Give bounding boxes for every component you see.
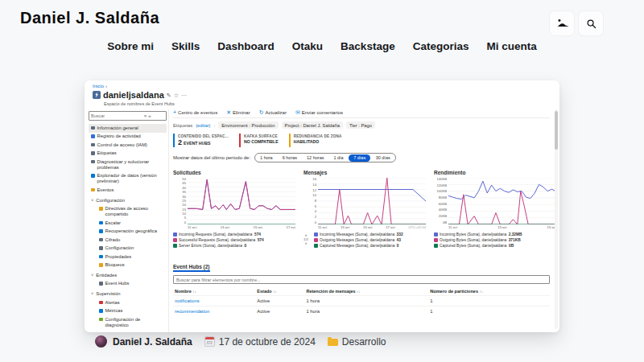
event-hub-link[interactable]: notifications xyxy=(173,296,255,306)
star-icon[interactable]: ☆ xyxy=(174,93,179,98)
table-column-header[interactable]: Estado ↑↓ xyxy=(255,286,304,296)
sidebar-item[interactable]: Configuración de diagnóstico xyxy=(89,315,167,330)
legend-item[interactable]: Incoming Requests (Suma), danieljsaldana… xyxy=(173,232,295,237)
nav-link[interactable]: Backstage xyxy=(341,40,395,52)
sidebar-item[interactable]: Escalar xyxy=(89,219,167,228)
collapse-icon[interactable]: « xyxy=(148,113,151,118)
legend-pager[interactable]: ∧1/2∨ xyxy=(303,233,308,245)
sidebar-item[interactable]: Eventos xyxy=(89,186,167,195)
event-hubs-table: Nombre ↑↓Estado ↑↓Retención de mensajes … xyxy=(173,286,550,316)
clear-icon[interactable]: × xyxy=(144,113,147,118)
sidebar-search-input[interactable] xyxy=(91,113,142,118)
time-option[interactable]: 12 horas xyxy=(302,154,328,162)
breadcrumb[interactable]: Inicio› xyxy=(93,84,107,88)
toolbar-button[interactable]: ✕Eliminar xyxy=(226,109,250,115)
legend-item[interactable]: Successful Requests (Suma), danieljsalda… xyxy=(173,238,295,242)
chart-solicitudes[interactable]: Solicitudes5045403530252015105011 oct13 … xyxy=(173,170,295,248)
post-category[interactable]: Desarrollo xyxy=(328,336,386,348)
sidebar-group[interactable]: ∨Entidades xyxy=(89,271,167,280)
edit-icon[interactable]: ✎ xyxy=(167,93,171,98)
chart-area[interactable] xyxy=(188,178,295,224)
sidebar-search[interactable]: × « xyxy=(89,111,167,121)
post-category-text[interactable]: Desarrollo xyxy=(342,336,386,348)
sidebar-item[interactable]: Propiedades xyxy=(89,253,167,261)
table-column-header[interactable]: Retención de mensajes ↑↓ xyxy=(304,286,428,296)
table-row[interactable]: notificationsActive1 hora1 xyxy=(173,296,550,306)
tag-pill[interactable]: Project : Daniel J. Saldaña xyxy=(282,121,343,129)
event-hubs-tab[interactable]: Event Hubs (2) xyxy=(173,264,210,272)
y-tick: 10 xyxy=(303,194,316,197)
legend-item[interactable]: Captured Messages (Suma), danieljsaldana… xyxy=(314,244,426,248)
breadcrumb-separator: › xyxy=(105,84,107,88)
chart-rendimiento[interactable]: Rendimiento140KB120KB100KB80KB60KB40KB20… xyxy=(434,170,556,248)
tag-pill[interactable]: Environment : Producción xyxy=(218,121,278,129)
time-option[interactable]: 1 día xyxy=(328,154,348,162)
toolbar-button[interactable]: ↻Actualizar xyxy=(259,109,287,115)
time-option[interactable]: 30 días xyxy=(371,154,395,162)
chart-mensajes[interactable]: Mensajes161412108642011 oct13 oct15 oct1… xyxy=(303,170,426,248)
time-range-selector[interactable]: 1 hora6 horas12 horas1 día7 días30 días xyxy=(254,153,396,162)
tags-edit-link[interactable]: (editar) xyxy=(196,123,210,128)
pager-down-icon[interactable]: ∨ xyxy=(304,241,307,245)
sidebar-item[interactable]: Etiquetas xyxy=(89,150,167,158)
legend-label: Incoming Requests (Suma), danieljsaldana xyxy=(179,232,252,237)
nav-link[interactable]: Otaku xyxy=(292,40,323,52)
nav-link[interactable]: Skills xyxy=(171,40,200,52)
post-image-azure-portal[interactable]: Inicio› danieljsaldana ✎ ☆ ⋯ Espacio de … xyxy=(85,80,559,332)
sidebar-item-icon xyxy=(91,160,95,164)
sidebar-item[interactable]: Control de acceso (IAM) xyxy=(89,141,167,150)
sidebar-item[interactable]: Event Hubs xyxy=(89,280,167,289)
sidebar-item[interactable]: Diagnosticar y solucionar problemas xyxy=(89,158,167,172)
more-icon[interactable]: ⋯ xyxy=(181,93,187,98)
sidebar-item[interactable]: Explorador de datos (versión preliminar) xyxy=(89,172,167,187)
legend-item[interactable]: Outgoing Bytes (Suma), danieljsaldana371… xyxy=(434,238,556,242)
y-tick: 20 xyxy=(173,204,186,207)
theme-toggle-button[interactable] xyxy=(549,10,575,36)
sidebar-item[interactable]: Recuperación geográfica xyxy=(89,227,167,236)
legend-item[interactable]: Incoming Messages (Suma), danieljsaldana… xyxy=(314,232,426,237)
sidebar-item[interactable]: Registro de actividad xyxy=(89,133,167,142)
toolbar-button[interactable]: ✉Enviar comentarios xyxy=(295,109,343,115)
sidebar-group[interactable]: ∨Supervisión xyxy=(89,290,167,298)
chart-area[interactable] xyxy=(448,178,556,224)
nav-link[interactable]: Mi cuenta xyxy=(486,40,536,52)
time-option[interactable]: 7 días xyxy=(349,154,370,162)
legend-item[interactable]: Server Errors (Suma), danieljsaldana0 xyxy=(173,244,295,248)
event-hubs-search-input[interactable] xyxy=(176,278,547,282)
sort-icon[interactable]: ↑↓ xyxy=(192,290,196,294)
scrollbar-thumb[interactable] xyxy=(555,111,558,150)
nav-link[interactable]: Categorias xyxy=(413,40,469,52)
sidebar-group[interactable]: ∨Configuración xyxy=(89,196,167,205)
event-hubs-search[interactable] xyxy=(173,275,550,284)
legend-item[interactable]: Captured Bytes (Suma), danieljsaldana0B xyxy=(434,244,556,248)
tag-pill[interactable]: Tier : Pago xyxy=(346,121,375,129)
nav-link[interactable]: Dashboard xyxy=(217,40,275,52)
sidebar-item[interactable]: Configuración xyxy=(89,244,167,253)
sort-icon[interactable]: ↑↓ xyxy=(357,290,360,294)
nav-link[interactable]: Sobre mi xyxy=(107,40,154,52)
sidebar-item[interactable]: Directivas de acceso compartido xyxy=(89,204,167,219)
search-button[interactable] xyxy=(578,10,604,36)
sidebar-item[interactable]: Alertas xyxy=(89,298,167,307)
legend-item[interactable]: Outgoing Messages (Suma), danieljsaldana… xyxy=(314,238,426,242)
sidebar-item[interactable]: Información general xyxy=(89,124,167,133)
time-option[interactable]: 1 hora xyxy=(255,154,278,162)
event-hub-link[interactable]: recommendation xyxy=(173,306,255,317)
table-column-header[interactable]: Número de particiones ↑↓ xyxy=(428,286,550,296)
legend-item[interactable]: Incoming Bytes (Suma), danieljsaldana2,3… xyxy=(434,232,556,237)
avatar[interactable] xyxy=(95,335,107,348)
sort-icon[interactable]: ↑↓ xyxy=(273,290,276,294)
sidebar-item[interactable]: Métricas xyxy=(89,306,167,315)
sidebar-item[interactable]: Cifrado xyxy=(89,236,167,245)
time-option[interactable]: 6 horas xyxy=(278,154,302,162)
table-row[interactable]: recommendationActive1 hora1 xyxy=(173,306,550,317)
site-logo[interactable]: Daniel J. Saldaña xyxy=(20,9,159,27)
scrollbar[interactable] xyxy=(555,109,558,329)
toolbar-button[interactable]: +Centro de eventos xyxy=(173,109,217,115)
chart-area[interactable] xyxy=(318,178,426,224)
breadcrumb-home[interactable]: Inicio xyxy=(93,84,104,88)
post-author[interactable]: Daniel J. Saldaña xyxy=(113,336,192,348)
sidebar-item[interactable]: Bloqueos xyxy=(89,261,167,270)
table-column-header[interactable]: Nombre ↑↓ xyxy=(173,286,255,296)
sort-icon[interactable]: ↑↓ xyxy=(480,290,483,294)
